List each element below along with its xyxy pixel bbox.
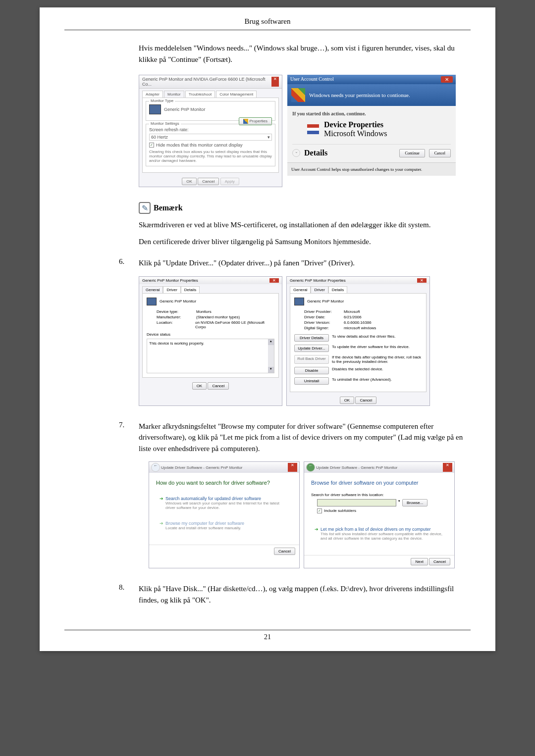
continue-button[interactable]: Continue [399,149,425,157]
cancel-button[interactable]: Cancel [198,178,219,185]
manufacturer-value: (Standard monitor types) [196,315,240,319]
option-auto-search[interactable]: ➔Search automatically for updated driver… [160,496,289,501]
version-label: Driver Version: [304,320,344,325]
provider-label: Driver Provider: [304,309,344,314]
device-status-label: Device status [147,332,274,337]
tab-driver[interactable]: Driver [163,286,180,293]
driver-details-desc: To view details about the driver files. [332,334,422,342]
provider-value: Microsoft [344,309,360,314]
option-browse[interactable]: ➔Browse my computer for driver software [160,521,289,526]
cancel-button[interactable]: Cancel [274,548,295,555]
cancel-button[interactable]: Cancel [355,397,376,404]
publisher-icon [307,124,319,134]
tab-troubleshoot[interactable]: Troubleshoot [185,91,215,98]
device-type-value: Monitors [196,309,212,314]
uac-shield-icon [291,88,305,102]
dialog-title: Generic PnP Monitor Properties [142,278,198,283]
refresh-rate-dropdown[interactable]: 60 Hertz ▾ [149,134,272,141]
step-text-8: Klik på "Have Disk..." (Har diskette/cd…… [139,583,471,605]
dialog-title: Generic PnP Monitor Properties [290,278,346,283]
chevron-down-icon[interactable]: ⌄ [292,149,300,157]
close-icon[interactable]: ✕ [271,77,279,87]
next-button[interactable]: Next [411,558,428,565]
disable-button[interactable]: Disable [294,367,329,374]
location-value: on NVIDIA GeForce 6600 LE (Microsoft Cor… [195,320,274,329]
step-number-6: 6. [119,257,139,269]
ok-button[interactable]: OK [340,397,355,404]
step-number-7: 7. [119,421,139,454]
back-button[interactable]: ← [151,463,160,472]
scroll-up-icon[interactable]: ▴ [268,339,274,345]
back-button[interactable]: ← [306,463,315,472]
tab-general[interactable]: General [142,286,163,293]
tab-general[interactable]: General [290,286,311,293]
option-pick-list[interactable]: ➔Let me pick from a list of device drive… [315,527,444,532]
arrow-icon: ➔ [160,521,163,526]
update-driver-button[interactable]: Update Driver... [294,345,329,352]
monitor-settings-label: Monitor Settings [149,121,181,126]
location-input[interactable] [317,499,396,506]
tab-monitor[interactable]: Monitor [164,91,184,98]
tab-details[interactable]: Details [328,286,347,293]
tab-color-management[interactable]: Color Management [216,91,257,98]
close-icon[interactable]: ✕ [269,278,279,283]
version-value: 6.0.6000.16386 [344,320,372,325]
cancel-button[interactable]: Cancel [429,558,450,565]
note-icon: ✎ [139,202,151,214]
include-subfolders-checkbox[interactable]: ✓ [317,508,322,513]
hide-modes-checkbox[interactable]: ✓ [149,143,154,148]
browse-button[interactable]: Browse... [402,499,428,506]
ok-button[interactable]: OK [192,382,207,390]
option-auto-desc: Windows will search your computer and th… [165,501,289,510]
page-header: Brug softwaren [64,17,471,30]
device-properties-driver: Generic PnP Monitor Properties ✕ General… [286,276,430,406]
refresh-rate-label: Screen refresh rate: [149,127,272,132]
ok-button[interactable]: OK [182,178,197,185]
wizard-path: Update Driver Software - Generic PnP Mon… [316,465,397,470]
tab-details[interactable]: Details [181,286,200,293]
monitor-icon [147,298,157,305]
step-text-7: Marker afkrydsningsfeltet "Browse my com… [139,421,471,454]
apply-button[interactable]: Apply [220,178,239,185]
note-title: Bemærk [154,203,183,212]
rollback-button[interactable]: Roll Back Driver [294,355,329,364]
uac-started-text: If you started this action, continue. [292,111,451,116]
option-browse-desc: Locate and install driver software manua… [165,526,289,530]
disable-desc: Disables the selected device. [332,367,422,374]
uninstall-desc: To uninstall the driver (Advanced). [332,377,422,385]
update-driver-wizard-2: ← Update Driver Software - Generic PnP M… [304,461,455,568]
arrow-icon: ➔ [160,496,163,501]
monitor-icon [294,298,304,305]
tab-driver[interactable]: Driver [311,286,328,293]
close-icon[interactable]: ✕ [288,463,297,472]
cancel-button[interactable]: Cancel [208,382,229,390]
close-icon[interactable]: ✕ [443,463,452,472]
shield-icon [243,119,248,124]
monitor-type-label: Monitor Type [149,99,175,103]
close-icon[interactable]: ✕ [417,278,427,283]
device-name: Generic PnP Monitor [160,299,196,303]
publisher-name: Microsoft Windows [324,129,387,138]
include-subfolders-label: Include subfolders [324,508,356,513]
details-label[interactable]: Details [304,149,395,157]
chevron-down-icon: ▾ [268,135,270,140]
monitor-icon [149,104,161,114]
monitor-name: Generic PnP Monitor [164,107,205,112]
device-properties-general: Generic PnP Monitor Properties ✕ General… [139,276,282,406]
page-number: 21 [64,630,471,641]
device-properties-label: Device Properties [324,120,387,129]
scrollbar[interactable]: ▴ ▾ [268,339,274,373]
chevron-down-icon[interactable]: ▾ [398,499,400,506]
tab-adapter[interactable]: Adapter [142,91,163,98]
uac-title: User Account Control [290,76,334,83]
date-value: 6/21/2006 [344,315,362,319]
uac-footer-text: User Account Control helps stop unauthor… [287,162,456,176]
cancel-button[interactable]: Cancel [429,149,451,157]
uninstall-button[interactable]: Uninstall [294,377,329,385]
driver-details-button[interactable]: Driver Details [294,334,329,342]
device-status-box: This device is working properly. ▴ ▾ [147,339,274,373]
close-icon[interactable]: ✕ [441,76,453,83]
scroll-down-icon[interactable]: ▾ [268,367,274,373]
search-location-label: Search for driver software in this locat… [311,493,447,497]
step-text-6: Klik på "Update Driver..." (Opdater driv… [139,257,471,269]
